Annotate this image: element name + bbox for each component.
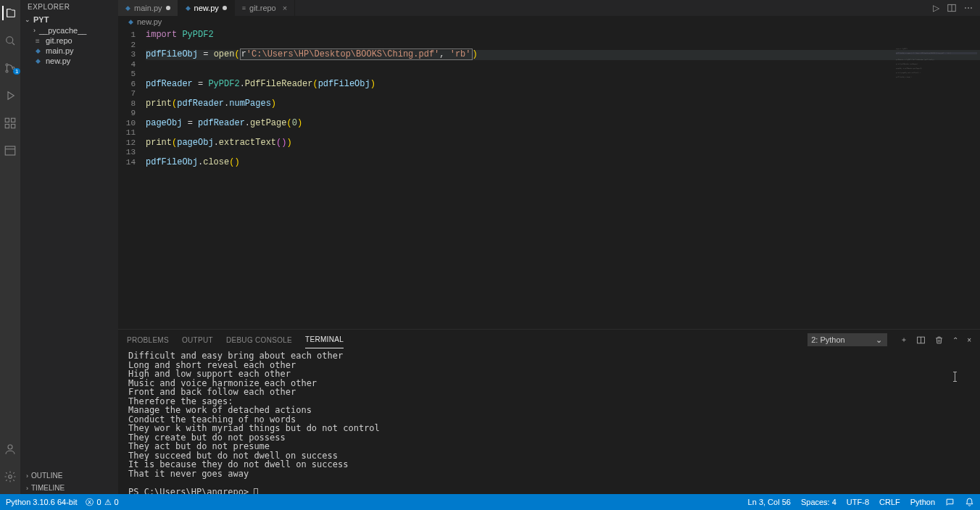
- python-icon: ◆: [128, 18, 133, 25]
- file-python-icon: [33, 57, 42, 65]
- status-encoding[interactable]: UTF-8: [847, 498, 869, 506]
- terminal-output[interactable]: Difficult and easy bring about each othe…: [118, 350, 980, 494]
- panel-tab-output[interactable]: OUTPUT: [182, 332, 213, 348]
- settings-gear-icon[interactable]: [3, 469, 17, 484]
- editor-actions: ▷ ⋯: [933, 0, 980, 16]
- svg-rect-6: [12, 125, 15, 128]
- code-content[interactable]: import PyPDF2 pdfFileObj = open(r'C:\Use…: [141, 28, 980, 329]
- panel-tabs: PROBLEMS OUTPUT DEBUG CONSOLE TERMINAL 2…: [118, 330, 980, 350]
- svg-point-9: [8, 445, 12, 449]
- activity-bar: 1: [0, 0, 20, 494]
- editor-area: ◆ main.py ◆ new.py ≡ git.repo × ▷: [118, 0, 980, 494]
- outline-section[interactable]: OUTLINE: [20, 469, 118, 482]
- svg-point-10: [9, 475, 12, 479]
- warning-icon: ⚠: [104, 498, 112, 507]
- tab-main[interactable]: ◆ main.py: [118, 0, 178, 16]
- account-icon[interactable]: [3, 442, 17, 456]
- file-text-icon: [33, 36, 42, 45]
- notifications-icon[interactable]: [965, 498, 974, 507]
- bottom-panel: PROBLEMS OUTPUT DEBUG CONSOLE TERMINAL 2…: [118, 329, 980, 494]
- error-icon: ⓧ: [86, 497, 94, 508]
- status-cursor-pos[interactable]: Ln 3, Col 56: [748, 498, 791, 506]
- layout-icon[interactable]: [3, 143, 17, 158]
- status-indent[interactable]: Spaces: 4: [801, 498, 836, 506]
- explorer-sidebar: EXPLORER ⌄ PYT __pycache__ git.repo main…: [20, 0, 118, 494]
- folder-root[interactable]: ⌄ PYT: [20, 14, 118, 25]
- explorer-icon[interactable]: [2, 6, 17, 20]
- root-name: PYT: [33, 15, 49, 24]
- line-gutter: 1234567891011121314: [118, 28, 141, 329]
- svg-rect-5: [5, 125, 9, 128]
- close-panel-icon[interactable]: ×: [967, 336, 971, 344]
- python-icon: ◆: [186, 4, 191, 12]
- panel-tab-terminal[interactable]: TERMINAL: [305, 331, 344, 348]
- kill-terminal-icon[interactable]: [934, 335, 944, 345]
- more-icon[interactable]: ⋯: [964, 3, 973, 13]
- svg-point-1: [6, 64, 8, 66]
- tree-folder-pycache[interactable]: __pycache__: [30, 25, 118, 35]
- panel-tab-debug[interactable]: DEBUG CONSOLE: [226, 332, 292, 348]
- status-bar: Python 3.10.6 64-bit ⓧ0 ⚠0 Ln 3, Col 56 …: [0, 494, 980, 510]
- scm-badge: 1: [13, 68, 20, 75]
- file-python-icon: [33, 46, 42, 55]
- svg-rect-4: [5, 118, 9, 122]
- tab-new[interactable]: ◆ new.py: [178, 0, 235, 16]
- run-debug-icon[interactable]: [3, 88, 17, 103]
- chevron-down-icon: ⌄: [876, 335, 882, 345]
- new-terminal-icon[interactable]: ＋: [900, 335, 908, 345]
- dirty-indicator-icon: [166, 6, 170, 10]
- status-eol[interactable]: CRLF: [879, 498, 900, 506]
- split-terminal-icon[interactable]: [916, 335, 926, 345]
- file-tree: __pycache__ git.repo main.py new.py: [20, 25, 118, 66]
- code-editor[interactable]: 1234567891011121314 import PyPDF2 pdfFil…: [118, 28, 980, 329]
- tree-file-new[interactable]: new.py: [30, 56, 118, 66]
- tree-file-gitrepo[interactable]: git.repo: [30, 35, 118, 46]
- tree-file-main[interactable]: main.py: [30, 46, 118, 56]
- split-icon[interactable]: [947, 3, 957, 13]
- svg-point-0: [7, 37, 13, 43]
- svg-point-2: [6, 70, 8, 72]
- sidebar-title: EXPLORER: [20, 0, 118, 14]
- extensions-icon[interactable]: [3, 116, 17, 130]
- dirty-indicator-icon: [223, 6, 227, 10]
- breadcrumb[interactable]: ◆ new.py: [118, 16, 980, 28]
- close-icon[interactable]: ×: [283, 4, 287, 12]
- terminal-selector[interactable]: 2: Python ⌄: [807, 333, 887, 346]
- chevron-down-icon: ⌄: [25, 16, 30, 23]
- search-icon[interactable]: [3, 33, 17, 48]
- tab-gitrepo[interactable]: ≡ git.repo ×: [235, 0, 295, 16]
- python-icon: ◆: [125, 4, 130, 12]
- status-problems[interactable]: ⓧ0 ⚠0: [86, 497, 118, 508]
- editor-tabs: ◆ main.py ◆ new.py ≡ git.repo × ▷: [118, 0, 980, 16]
- svg-rect-7: [12, 118, 15, 122]
- panel-tab-problems[interactable]: PROBLEMS: [127, 332, 169, 348]
- run-icon[interactable]: ▷: [933, 3, 939, 13]
- maximize-panel-icon[interactable]: ⌃: [952, 336, 958, 344]
- source-control-icon[interactable]: 1: [3, 61, 17, 75]
- text-cursor-icon: [955, 372, 955, 382]
- status-language[interactable]: Python: [910, 498, 935, 506]
- timeline-section[interactable]: TIMELINE: [20, 482, 118, 494]
- svg-rect-8: [5, 146, 15, 155]
- feedback-icon[interactable]: [945, 498, 955, 507]
- status-python-version[interactable]: Python 3.10.6 64-bit: [6, 498, 77, 506]
- file-text-icon: ≡: [242, 4, 246, 12]
